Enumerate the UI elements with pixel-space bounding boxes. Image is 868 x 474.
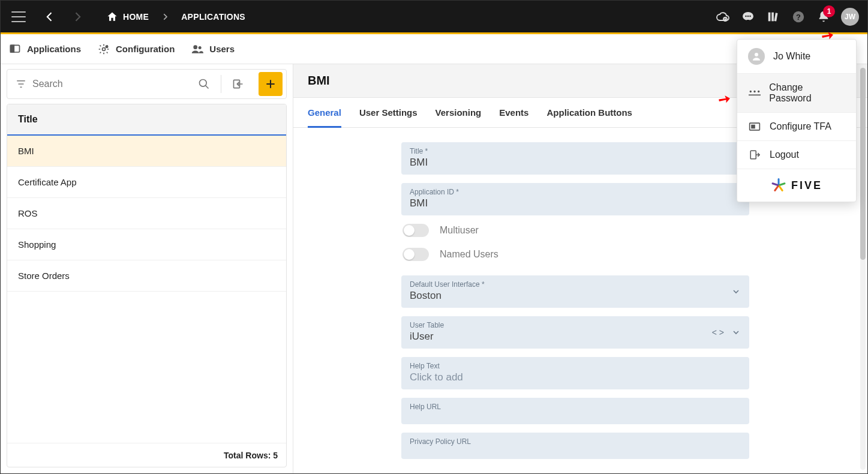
usermenu-logout[interactable]: Logout (737, 141, 856, 169)
field-default-ui[interactable]: Default User Interface * Boston (401, 275, 749, 308)
svg-point-13 (106, 46, 107, 47)
topbar-left: HOME APPLICATIONS (9, 6, 245, 28)
chat-icon[interactable] (740, 9, 756, 25)
usermenu-change-password[interactable]: Change Password (737, 74, 856, 113)
secnav-configuration[interactable]: Configuration (98, 43, 175, 55)
search-icon[interactable] (198, 78, 210, 90)
usermenu-username: Jo White (737, 40, 856, 74)
scrollbar[interactable] (860, 68, 866, 470)
list-row-shopping[interactable]: Shopping (7, 229, 286, 260)
help-icon[interactable]: ? (791, 9, 806, 25)
tab-general[interactable]: General (308, 98, 341, 127)
toggle-label: Multiuser (440, 225, 479, 236)
back-button[interactable] (39, 6, 61, 28)
svg-point-2 (745, 15, 746, 16)
secnav-label: Applications (27, 44, 81, 54)
field-value: Click to add (410, 371, 741, 383)
field-title[interactable]: Title * BMI (401, 142, 749, 175)
field-user-table[interactable]: User Table iUser < > (401, 316, 749, 349)
secnav-label: Configuration (116, 44, 175, 54)
user-avatar[interactable]: JW (841, 8, 859, 26)
breadcrumb-chevron-icon (161, 13, 169, 21)
svg-point-22 (758, 91, 759, 92)
cloud-icon[interactable] (715, 9, 731, 25)
topbar-right: ? 1 JW (715, 8, 859, 26)
left-column: Title BMI Certificate App ROS Shopping S… (1, 64, 293, 473)
field-named-users: Named Users (401, 248, 749, 261)
logout-label: Logout (770, 149, 799, 160)
list-row-storeorders[interactable]: Store Orders (7, 260, 286, 292)
field-label: Title * (410, 147, 741, 155)
svg-rect-26 (750, 151, 756, 159)
svg-point-21 (753, 91, 755, 92)
tab-label: Versioning (435, 107, 482, 118)
secnav-applications[interactable]: Applications (9, 43, 81, 55)
code-icon[interactable]: < > (712, 328, 724, 337)
svg-point-19 (755, 53, 758, 56)
tab-label: General (308, 107, 341, 118)
home-icon (106, 11, 118, 23)
svg-rect-7 (774, 13, 778, 21)
topbar: HOME APPLICATIONS ? 1 JW (1, 1, 867, 34)
field-multiuser: Multiuser (401, 224, 749, 237)
svg-point-15 (199, 46, 202, 49)
scrollbar-thumb[interactable] (860, 68, 866, 260)
users-icon (191, 43, 203, 55)
usermenu-brand: FIVE (737, 169, 856, 202)
search-input[interactable] (32, 79, 192, 89)
add-button[interactable] (259, 72, 283, 96)
svg-rect-25 (752, 125, 755, 128)
forward-button[interactable] (67, 6, 88, 28)
tab-events[interactable]: Events (499, 98, 528, 127)
hamburger-icon[interactable] (11, 11, 26, 22)
multiuser-toggle[interactable] (403, 224, 429, 237)
field-privacy-url[interactable]: Privacy Policy URL (401, 433, 749, 459)
password-icon (748, 89, 761, 97)
breadcrumb-home[interactable]: HOME (106, 11, 149, 23)
field-application-id[interactable]: Application ID * BMI (401, 183, 749, 215)
breadcrumb-label: APPLICATIONS (181, 12, 245, 22)
field-label: Help Text (410, 362, 741, 370)
tfa-label: Configure TFA (770, 121, 831, 132)
tab-application-buttons[interactable]: Application Buttons (546, 98, 632, 127)
import-icon[interactable] (232, 78, 244, 90)
chevron-down-icon (731, 287, 741, 296)
field-label: User Table (410, 321, 741, 329)
notifications-button[interactable]: 1 (816, 9, 831, 25)
field-label: Default User Interface * (410, 280, 741, 289)
namedusers-toggle[interactable] (403, 248, 429, 261)
list-header-title[interactable]: Title (7, 104, 286, 136)
row-label: Shopping (18, 239, 56, 250)
toggle-label: Named Users (440, 249, 498, 260)
svg-point-12 (103, 47, 106, 50)
secnav-label: Users (209, 44, 235, 54)
logout-icon (748, 149, 761, 160)
row-label: Store Orders (18, 271, 70, 281)
library-icon[interactable] (765, 9, 781, 25)
change-password-label: Change Password (769, 82, 845, 104)
breadcrumb-applications[interactable]: APPLICATIONS (181, 12, 245, 22)
filter-icon[interactable] (16, 79, 26, 89)
list-row-bmi[interactable]: BMI (7, 136, 286, 167)
field-label: Help URL (410, 403, 741, 411)
svg-rect-23 (749, 95, 761, 96)
tab-versioning[interactable]: Versioning (435, 98, 482, 127)
field-help-text[interactable]: Help Text Click to add (401, 357, 749, 389)
field-label: Privacy Policy URL (410, 437, 741, 446)
list-row-ros[interactable]: ROS (7, 198, 286, 229)
usermenu-configure-tfa[interactable]: Configure TFA (737, 113, 856, 141)
tab-user-settings[interactable]: User Settings (359, 98, 418, 127)
row-label: Certificate App (18, 177, 77, 187)
field-value: BMI (410, 157, 741, 169)
field-help-url[interactable]: Help URL (401, 398, 749, 424)
tfa-icon (748, 122, 761, 131)
secnav-users[interactable]: Users (191, 43, 235, 55)
divider (221, 75, 221, 93)
chevron-down-icon (731, 328, 741, 337)
tab-label: User Settings (359, 107, 418, 118)
list-footer: Total Rows: 5 (7, 443, 286, 467)
svg-rect-6 (771, 12, 774, 21)
list-row-certificate[interactable]: Certificate App (7, 167, 286, 198)
field-value: Boston (410, 290, 741, 302)
detail-title: BMI (308, 74, 330, 88)
